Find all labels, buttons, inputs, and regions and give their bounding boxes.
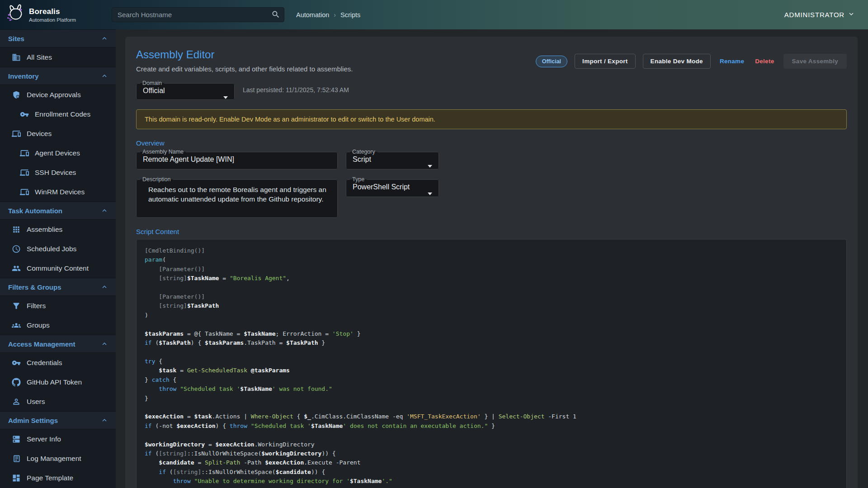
category-value: Script: [346, 155, 439, 168]
code-line: param(: [145, 255, 838, 264]
search-input[interactable]: [112, 7, 284, 22]
code-line: [Parameter()]: [145, 265, 838, 274]
assembly-name-field[interactable]: Assembly Name Remote Agent Update [WIN]: [136, 149, 338, 169]
sidebar-item-page-template[interactable]: Page Template: [0, 468, 116, 488]
devices-icon: [20, 168, 29, 177]
sidebar-item-devices[interactable]: Devices: [0, 124, 116, 143]
code-line: $workingDirectory = $execAction.WorkingD…: [145, 440, 838, 449]
sidebar-item-filters[interactable]: Filters: [0, 296, 116, 315]
sidebar-item-credentials[interactable]: Credentials: [0, 353, 116, 372]
dropdown-arrow-icon: [223, 96, 228, 99]
delete-button[interactable]: Delete: [753, 54, 776, 68]
code-line: if (-not $execAction) { throw "Scheduled…: [145, 422, 838, 431]
sidebar-item-winrm-devices[interactable]: WinRM Devices: [0, 182, 116, 202]
page-title: Assembly Editor: [136, 48, 353, 61]
chevron-up-icon: [100, 283, 108, 291]
sidebar-item-users[interactable]: Users: [0, 392, 116, 411]
code-line: if ([string]::IsNullOrWhiteSpace($workin…: [145, 449, 838, 458]
chevron-up-icon: [100, 206, 108, 215]
import-export-button[interactable]: Import / Export: [575, 54, 636, 69]
sidebar-section-sites[interactable]: Sites: [0, 29, 116, 47]
sidebar-section-label: Access Management: [8, 340, 75, 348]
devices-icon: [20, 188, 29, 197]
sidebar-section-label: Inventory: [8, 72, 39, 80]
code-line: [145, 403, 838, 412]
github-icon: [12, 378, 21, 387]
clock-icon: [12, 244, 21, 253]
sidebar-item-enrollment-codes[interactable]: Enrollment Codes: [0, 104, 116, 124]
brand-name: Borealis: [29, 7, 76, 16]
sidebar-item-label: Devices: [27, 130, 52, 138]
code-line: [145, 347, 838, 357]
log-icon: [12, 454, 21, 463]
breadcrumb: Automation › Scripts: [296, 11, 360, 19]
code-line: if ($TaskPath) { $taskParams.TaskPath = …: [145, 338, 838, 347]
domain-label: Domain: [140, 80, 164, 86]
sidebar-item-label: Server Info: [27, 435, 61, 443]
save-assembly-button[interactable]: Save Assembly: [783, 54, 847, 69]
sidebar-item-label: All Sites: [27, 53, 52, 61]
code-line: if ([string]::IsNullOrWhiteSpace($candid…: [145, 468, 838, 477]
person-icon: [12, 397, 21, 406]
sidebar-item-label: Assemblies: [27, 225, 62, 234]
breadcrumb-separator-icon: ›: [334, 11, 336, 19]
sidebar-item-label: GitHub API Token: [27, 378, 82, 386]
sidebar-item-label: Community Content: [27, 264, 89, 272]
grid-icon: [12, 225, 21, 234]
sidebar-item-ssh-devices[interactable]: SSH Devices: [0, 163, 116, 182]
sidebar-nav: SitesAll SitesInventoryDevice ApprovalsE…: [0, 29, 116, 488]
code-line: [string]$TaskName = "Borealis Agent",: [145, 274, 838, 283]
sidebar-item-all-sites[interactable]: All Sites: [0, 47, 116, 67]
sidebar-item-device-approvals[interactable]: Device Approvals: [0, 85, 116, 104]
sidebar-section-admin-settings[interactable]: Admin Settings: [0, 411, 116, 429]
sidebar-item-assemblies[interactable]: Assemblies: [0, 220, 116, 239]
code-line: [CmdletBinding()]: [145, 246, 838, 255]
code-line: [string]$TaskPath: [145, 301, 838, 310]
header-actions: Official Import / Export Enable Dev Mode…: [536, 54, 847, 69]
sidebar-item-github-api-token[interactable]: GitHub API Token: [0, 372, 116, 392]
code-line: ): [145, 311, 838, 320]
sidebar-item-server-info[interactable]: Server Info: [0, 429, 116, 449]
code-line: try {: [145, 357, 838, 366]
sidebar-item-groups[interactable]: Groups: [0, 315, 116, 335]
user-name: ADMINISTRATOR: [784, 11, 844, 19]
code-line: [145, 283, 838, 292]
brand[interactable]: Borealis Automation Platform: [0, 4, 112, 26]
description-label: Description: [140, 176, 173, 183]
chevron-down-icon: [847, 10, 855, 20]
code-line: }: [145, 394, 838, 403]
type-select[interactable]: Type PowerShell Script: [346, 176, 439, 197]
chevron-up-icon: [100, 340, 108, 348]
code-line: [Parameter()]: [145, 292, 838, 301]
sidebar-item-label: Page Template: [27, 474, 73, 482]
user-menu[interactable]: ADMINISTRATOR: [784, 10, 855, 20]
sidebar-item-agent-devices[interactable]: Agent Devices: [0, 143, 116, 163]
rename-button[interactable]: Rename: [718, 54, 746, 68]
search-icon[interactable]: [271, 10, 280, 21]
description-field[interactable]: Description Reaches out to the remote Bo…: [136, 176, 338, 218]
sidebar-section-inventory[interactable]: Inventory: [0, 67, 116, 85]
domain-select[interactable]: Domain Official: [136, 80, 235, 100]
sidebar-section-access-management[interactable]: Access Management: [0, 335, 116, 353]
category-select[interactable]: Category Script: [346, 149, 439, 169]
breadcrumb-scripts[interactable]: Scripts: [340, 11, 360, 19]
dropdown-arrow-icon: [428, 165, 432, 168]
type-value: PowerShell Script: [346, 183, 439, 196]
code-line: [145, 431, 838, 440]
sidebar-item-community-content[interactable]: Community Content: [0, 258, 116, 278]
enable-dev-mode-button[interactable]: Enable Dev Mode: [643, 54, 711, 69]
sidebar-section-filters-groups[interactable]: Filters & Groups: [0, 278, 116, 296]
sidebar-section-task-automation[interactable]: Task Automation: [0, 202, 116, 220]
breadcrumb-automation[interactable]: Automation: [296, 11, 329, 19]
sidebar-item-scheduled-jobs[interactable]: Scheduled Jobs: [0, 239, 116, 258]
category-label: Category: [350, 149, 377, 155]
sidebar-item-label: Device Approvals: [27, 91, 81, 99]
dashboard-icon: [12, 474, 21, 483]
script-code[interactable]: [CmdletBinding()]param( [Parameter()] [s…: [136, 239, 847, 488]
groups-icon: [12, 321, 21, 330]
sidebar-item-log-management[interactable]: Log Management: [0, 449, 116, 468]
script-content-label: Script Content: [136, 228, 847, 235]
key-icon: [20, 110, 29, 119]
description-value: Reaches out to the remote Borealis agent…: [137, 183, 335, 204]
topbar: Borealis Automation Platform Automation …: [0, 0, 868, 29]
